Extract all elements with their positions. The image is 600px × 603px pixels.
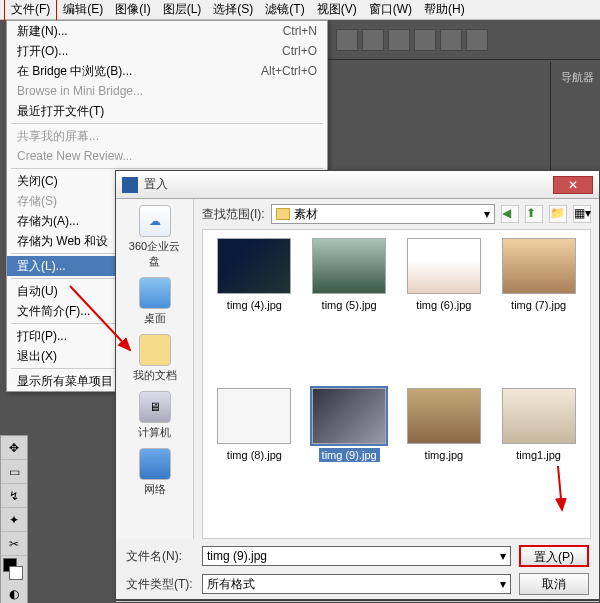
back-icon[interactable]: ◀ (501, 205, 519, 223)
color-swatch[interactable] (1, 556, 27, 582)
menubar-item[interactable]: 编辑(E) (57, 0, 109, 20)
places-sidebar-item[interactable]: 🖥计算机 (124, 391, 186, 440)
background-color[interactable] (9, 566, 23, 580)
menu-item[interactable]: 打开(O)...Ctrl+O (7, 41, 327, 61)
file-grid: timg (4).jpgtimg (5).jpgtimg (6).jpgtimg… (202, 229, 591, 539)
dialog-bottom: 文件名(N): timg (9).jpg ▾ 置入(P) 文件类型(T): 所有… (116, 539, 599, 601)
places-label: 我的文档 (133, 368, 177, 383)
file-thumbnail (217, 388, 291, 444)
places-label: 计算机 (138, 425, 171, 440)
file-item[interactable]: timg.jpg (401, 388, 488, 530)
dialog-toolbar: 查找范围(I): 素材 ▾ ◀ ⬆ 📁 ▦▾ (194, 199, 599, 229)
toolbar-button[interactable] (466, 29, 488, 51)
file-name: timg.jpg (422, 448, 467, 462)
menubar-item[interactable]: 帮助(H) (418, 0, 471, 20)
file-item[interactable]: timg (9).jpg (306, 388, 393, 530)
menu-item-shortcut: Ctrl+O (282, 44, 317, 58)
menubar-item[interactable]: 文件(F) (4, 0, 57, 21)
crop-tool-icon[interactable]: ✂ (1, 532, 27, 556)
places-icon (139, 277, 171, 309)
menu-item: Browse in Mini Bridge... (7, 81, 327, 101)
menubar-item[interactable]: 窗口(W) (363, 0, 418, 20)
places-label: 360企业云盘 (124, 239, 186, 269)
toolbar-button[interactable] (440, 29, 462, 51)
toolbar (328, 20, 600, 60)
menubar-item[interactable]: 滤镜(T) (259, 0, 310, 20)
file-name: timg (5).jpg (319, 298, 380, 312)
menubar: 文件(F)编辑(E)图像(I)图层(L)选择(S)滤镜(T)视图(V)窗口(W)… (0, 0, 600, 20)
mask-tool-icon[interactable]: ◐ (1, 582, 27, 603)
menubar-item[interactable]: 图层(L) (157, 0, 208, 20)
menu-item-label: 共享我的屏幕... (17, 128, 317, 145)
file-thumbnail (407, 238, 481, 294)
file-name: timg (4).jpg (224, 298, 285, 312)
file-name: timg (9).jpg (319, 448, 380, 462)
folder-icon (276, 208, 290, 220)
move-tool-icon[interactable]: ✥ (1, 436, 27, 460)
navigator-panel-title: 导航器 (561, 70, 594, 85)
menu-item-label: Browse in Mini Bridge... (17, 84, 317, 98)
filename-select[interactable]: timg (9).jpg ▾ (202, 546, 511, 566)
menu-separator (11, 123, 323, 124)
filename-label: 文件名(N): (126, 548, 194, 565)
menubar-item[interactable]: 选择(S) (207, 0, 259, 20)
filetype-value: 所有格式 (207, 576, 255, 593)
filename-value: timg (9).jpg (207, 549, 267, 563)
toolbar-button[interactable] (414, 29, 436, 51)
file-item[interactable]: timg (5).jpg (306, 238, 393, 380)
file-name: timg (8).jpg (224, 448, 285, 462)
places-icon (139, 334, 171, 366)
file-thumbnail (502, 238, 576, 294)
tool-palette: ✥ ▭ ↯ ✦ ✂ ◐ (0, 435, 28, 603)
file-item[interactable]: timg (6).jpg (401, 238, 488, 380)
cancel-button[interactable]: 取消 (519, 573, 589, 595)
menu-item[interactable]: 新建(N)...Ctrl+N (7, 21, 327, 41)
file-thumbnail (407, 388, 481, 444)
toolbar-button[interactable] (388, 29, 410, 51)
toolbar-button[interactable] (362, 29, 384, 51)
view-mode-icon[interactable]: ▦▾ (573, 205, 591, 223)
menubar-item[interactable]: 视图(V) (311, 0, 363, 20)
places-sidebar: ☁360企业云盘桌面我的文档🖥计算机网络 (116, 199, 194, 539)
dialog-titlebar: 置入 ✕ (116, 171, 599, 199)
close-button[interactable]: ✕ (553, 176, 593, 194)
lookup-folder-select[interactable]: 素材 ▾ (271, 204, 495, 224)
places-sidebar-item[interactable]: 网络 (124, 448, 186, 497)
menu-item-label: 在 Bridge 中浏览(B)... (17, 63, 261, 80)
places-icon: 🖥 (139, 391, 171, 423)
menubar-item[interactable]: 图像(I) (109, 0, 156, 20)
menu-item: 共享我的屏幕... (7, 126, 327, 146)
places-icon (139, 448, 171, 480)
menu-item-label: 最近打开文件(T) (17, 103, 317, 120)
places-sidebar-item[interactable]: ☁360企业云盘 (124, 205, 186, 269)
file-item[interactable]: timg (4).jpg (211, 238, 298, 380)
new-folder-icon[interactable]: 📁 (549, 205, 567, 223)
file-item[interactable]: timg1.jpg (495, 388, 582, 530)
lookup-label: 查找范围(I): (202, 206, 265, 223)
places-label: 网络 (144, 482, 166, 497)
menu-item-shortcut: Alt+Ctrl+O (261, 64, 317, 78)
places-sidebar-item[interactable]: 桌面 (124, 277, 186, 326)
filetype-label: 文件类型(T): (126, 576, 194, 593)
file-thumbnail (502, 388, 576, 444)
menu-item[interactable]: 最近打开文件(T) (7, 101, 327, 121)
wand-tool-icon[interactable]: ✦ (1, 508, 27, 532)
place-dialog: 置入 ✕ ☁360企业云盘桌面我的文档🖥计算机网络 查找范围(I): 素材 ▾ … (115, 170, 600, 600)
filetype-select[interactable]: 所有格式 ▾ (202, 574, 511, 594)
file-thumbnail (312, 388, 386, 444)
marquee-tool-icon[interactable]: ▭ (1, 460, 27, 484)
file-item[interactable]: timg (7).jpg (495, 238, 582, 380)
file-thumbnail (217, 238, 291, 294)
places-sidebar-item[interactable]: 我的文档 (124, 334, 186, 383)
up-icon[interactable]: ⬆ (525, 205, 543, 223)
menu-item-label: Create New Review... (17, 149, 317, 163)
file-item[interactable]: timg (8).jpg (211, 388, 298, 530)
places-icon: ☁ (139, 205, 171, 237)
menu-item[interactable]: 在 Bridge 中浏览(B)...Alt+Ctrl+O (7, 61, 327, 81)
dialog-title: 置入 (144, 176, 553, 193)
lasso-tool-icon[interactable]: ↯ (1, 484, 27, 508)
toolbar-button[interactable] (336, 29, 358, 51)
place-button[interactable]: 置入(P) (519, 545, 589, 567)
menu-separator (11, 168, 323, 169)
menu-item-shortcut: Ctrl+N (283, 24, 317, 38)
